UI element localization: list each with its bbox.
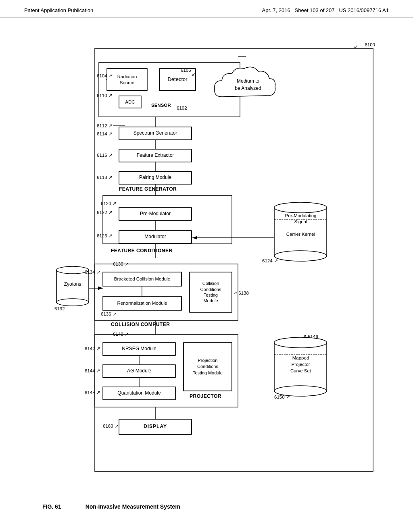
- ref-6148: 6148 ↗: [85, 390, 100, 395]
- svg-text:be Analyzed: be Analyzed: [235, 85, 261, 91]
- svg-text:Medium to: Medium to: [237, 78, 259, 84]
- nrseg-box: NRSEG Module: [103, 343, 175, 355]
- svg-point-29: [56, 299, 89, 306]
- medium-cloud-svg: Medium to be Analyzed: [210, 62, 286, 107]
- ref-6150: 6150 ↗: [274, 394, 290, 400]
- ref-6118: 6118 ↗: [97, 175, 113, 180]
- svg-rect-0: [95, 48, 373, 472]
- ref-6122: 6122 ↗: [97, 210, 113, 215]
- adc-box: ADC: [119, 96, 141, 108]
- diagram-area: 6100 ↙ SENSOR RadiationSource Detector A…: [32, 40, 379, 504]
- zyotons-label: Zyotons: [56, 281, 89, 287]
- ref-6138: ↗ 6138: [233, 290, 249, 296]
- fig-title: Non-Invasive Measurement System: [86, 503, 180, 510]
- ref-6116: 6116 ↗: [97, 152, 113, 158]
- ref-6100: 6100: [365, 42, 375, 47]
- pre-modulator-box: Pre-Modulator: [119, 208, 192, 220]
- feature-extractor-box: Feature Extractor: [119, 149, 192, 162]
- bracketed-collision-box: Bracketed Collision Module: [103, 272, 181, 286]
- svg-point-18: [274, 202, 327, 213]
- projector-label: PROJECTOR: [190, 393, 221, 399]
- spectrum-generator-box: Spectrum Generator: [119, 127, 192, 140]
- ref-6100-arrow: ↙: [354, 44, 358, 50]
- ag-module-box: AG Module: [103, 365, 175, 378]
- ref-6160: 6160 ↗: [103, 423, 119, 429]
- projection-conditions-box: ProjectionConditionsTesting Module: [184, 343, 232, 391]
- svg-point-28: [56, 266, 89, 274]
- ref-6114: 6114 ↗: [97, 131, 113, 137]
- mapped-projector-label: MappedProjectorCurve Set: [277, 355, 324, 374]
- ref-6142: 6142 ↗: [85, 346, 100, 351]
- ref-6126: 6126 ↗: [97, 233, 113, 239]
- modulator-box: Modulator: [119, 231, 192, 243]
- carrier-kernel-label: Carrier Kernel: [282, 232, 320, 237]
- header-middle: Apr. 7, 2016 Sheet 103 of 207 US 2016/00…: [262, 7, 389, 13]
- ref-6144: 6144 ↗: [85, 368, 100, 374]
- ref-6104: 6104 ↗: [97, 73, 112, 79]
- figure-footer: FIG. 61 Non-Invasive Measurement System: [42, 503, 180, 510]
- collision-computer-label: COLLISION COMPUTER: [111, 322, 170, 327]
- ref-6102: 6102: [177, 106, 187, 110]
- ref-6146: ↗ 6146: [302, 334, 318, 339]
- radiation-source-box: RadiationSource: [107, 69, 147, 91]
- svg-point-19: [274, 251, 327, 261]
- ref-6124: 6124 ↗: [262, 258, 278, 264]
- header-left: Patent Application Publication: [24, 7, 93, 13]
- display-box: DISPLAY: [119, 419, 192, 434]
- fig-label: FIG. 61: [42, 503, 61, 510]
- ref-6106: 6106: [181, 68, 191, 73]
- ref-6120: 6120 ↗: [101, 201, 117, 206]
- feature-conditioner-label: FEATURE CONDITIONER: [111, 248, 173, 254]
- pairing-module-box: Pairing Module: [119, 171, 192, 184]
- ref-6132: 6132: [54, 306, 65, 311]
- ref-6134: 6134 ↗: [85, 269, 100, 275]
- ref-6136: 6136 ↗: [101, 311, 117, 317]
- feature-generator-label: FEATURE GENERATOR: [119, 186, 177, 192]
- ref-6110: 6110 ↗: [97, 93, 113, 98]
- pre-modulating-label: Pre-ModulatingSignal: [277, 213, 324, 225]
- page-header: Patent Application Publication Apr. 7, 2…: [0, 0, 413, 18]
- renormalization-box: Renormalization Module: [103, 296, 181, 310]
- sensor-label: SENSOR: [151, 103, 171, 108]
- ref-6130: 6130 ↗: [113, 261, 129, 267]
- collision-conditions-box: CollisionConditionsTestingModule: [190, 272, 232, 312]
- quantitation-box: Quantitation Module: [103, 387, 175, 400]
- ref-6140: 6140 ↗: [113, 331, 129, 337]
- ref-6112: 6112 ↗: [97, 123, 113, 129]
- svg-point-40: [274, 337, 327, 348]
